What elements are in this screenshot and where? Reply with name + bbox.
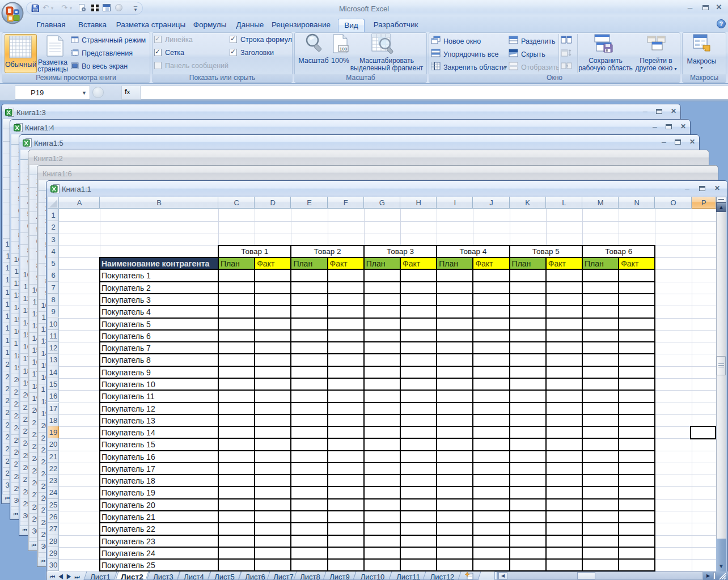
svg-text:100: 100 — [340, 46, 348, 52]
